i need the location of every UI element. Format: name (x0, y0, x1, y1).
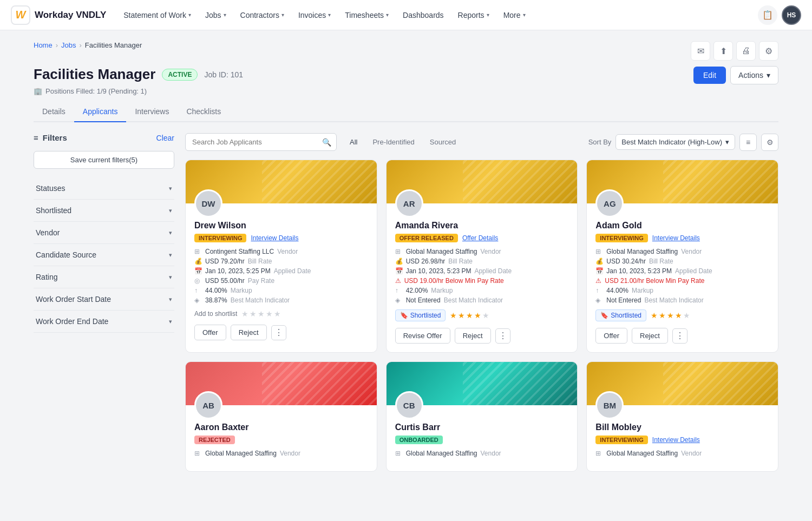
settings-view-button[interactable]: ⚙ (761, 134, 778, 151)
sort-value: Best Match Indicator (High-Low) (621, 138, 722, 146)
filter-tab-pre-identified[interactable]: Pre-Identified (366, 135, 421, 149)
nav-item-dashboards[interactable]: Dashboards (396, 6, 450, 24)
more-button-dw[interactable]: ⋮ (271, 325, 286, 340)
vendor-icon: ⊞ (194, 450, 202, 457)
billrate-value-ar: USD 26.98/hr (406, 258, 446, 265)
shortlisted-badge-ar[interactable]: 🔖 Shortlisted (395, 309, 446, 321)
nav-item-jobs[interactable]: Jobs ▾ (199, 6, 233, 24)
star-2-ar[interactable]: ★ (458, 311, 465, 320)
detail-vendor-ar: ⊞ Global Managed Staffing Vendor (395, 248, 569, 255)
filter-group-vendor-header[interactable]: Vendor ▾ (34, 222, 174, 243)
header-icon-row: ✉ ⬆ 🖨 ⚙ (691, 41, 778, 61)
filter-tab-all[interactable]: All (343, 135, 364, 149)
star-1-dw[interactable]: ★ (241, 309, 248, 318)
star-3-dw[interactable]: ★ (258, 309, 265, 318)
status-link-ar[interactable]: Offer Details (462, 234, 498, 242)
tab-applicants[interactable]: Applicants (74, 102, 127, 122)
reject-button-ag[interactable]: Reject (632, 328, 668, 344)
vendor-type-ar: Vendor (481, 248, 501, 255)
status-link-bm[interactable]: Interview Details (652, 436, 700, 444)
email-icon-button[interactable]: ✉ (691, 41, 710, 61)
reject-button-ar[interactable]: Reject (455, 328, 491, 344)
filter-group-rating-header[interactable]: Rating ▾ (34, 266, 174, 288)
stars-ag[interactable]: ★ ★ ★ ★ ★ (651, 311, 690, 320)
offer-button-ag[interactable]: Offer (595, 328, 627, 344)
star-1-ag[interactable]: ★ (651, 311, 658, 320)
detail-vendor-ab: ⊞ Global Managed Staffing Vendor (194, 450, 368, 457)
filter-tab-sourced[interactable]: Sourced (423, 135, 462, 149)
more-button-ar[interactable]: ⋮ (495, 328, 510, 344)
nav-item-sow[interactable]: Statement of Work ▾ (117, 6, 198, 24)
print-icon-button[interactable]: 🖨 (736, 41, 756, 61)
offer-button-dw[interactable]: Offer (194, 325, 226, 340)
nav-item-contractors[interactable]: Contractors ▾ (234, 6, 291, 24)
nav-label-invoices: Invoices (298, 11, 326, 19)
save-filters-button[interactable]: Save current filters(5) (34, 151, 174, 169)
match-icon: ◈ (595, 296, 603, 304)
breadcrumb-home[interactable]: Home (34, 41, 53, 49)
filter-group-start-date-header[interactable]: Work Order Start Date ▾ (34, 288, 174, 310)
star-3-ar[interactable]: ★ (466, 311, 473, 320)
chevron-down-icon: ▾ (169, 252, 172, 259)
detail-markup-dw: ↑ 44.00% Markup (194, 287, 368, 294)
clear-filters-link[interactable]: Clear (156, 134, 174, 142)
more-button-ag[interactable]: ⋮ (672, 328, 687, 344)
breadcrumb-jobs[interactable]: Jobs (61, 41, 76, 49)
nav-item-more[interactable]: More ▾ (497, 6, 532, 24)
reject-button-dw[interactable]: Reject (231, 325, 267, 340)
sort-select[interactable]: Best Match Indicator (High-Low) ▾ (615, 134, 735, 150)
stars-dw[interactable]: ★ ★ ★ ★ ★ (241, 309, 281, 318)
star-5-ar[interactable]: ★ (482, 311, 489, 320)
search-input[interactable] (185, 133, 337, 151)
tab-details[interactable]: Details (34, 102, 74, 122)
status-tag-ab: REJECTED (194, 436, 235, 444)
filter-group-shortlisted-header[interactable]: Shortlisted ▾ (34, 200, 174, 221)
revise-offer-button-ar[interactable]: Revise Offer (395, 328, 450, 344)
stars-ar[interactable]: ★ ★ ★ ★ ★ (450, 311, 489, 320)
filter-group-statuses-header[interactable]: Statuses ▾ (34, 177, 174, 199)
list-view-button[interactable]: ≡ (739, 134, 757, 151)
logo-area[interactable]: W Workday VNDLY (11, 5, 106, 25)
detail-payrate-dw: ◎ USD 55.00/hr Pay Rate (194, 277, 368, 285)
positions-icon: 🏢 (34, 87, 42, 95)
clipboard-icon-button[interactable]: 📋 (758, 5, 777, 25)
settings-icon-button[interactable]: ⚙ (759, 41, 778, 61)
star-4-ar[interactable]: ★ (474, 311, 481, 320)
detail-markup-ar: ↑ 42.00% Markup (395, 287, 569, 294)
card-header-cb: CB (387, 362, 578, 405)
star-4-ag[interactable]: ★ (675, 311, 682, 320)
nav-item-timesheets[interactable]: Timesheets ▾ (338, 6, 395, 24)
star-1-ar[interactable]: ★ (450, 311, 457, 320)
nav-label-jobs: Jobs (205, 11, 221, 19)
breadcrumb-sep-1: › (56, 41, 58, 49)
tab-interviews[interactable]: Interviews (126, 102, 178, 122)
card-header-ag: AG (587, 160, 778, 203)
user-avatar[interactable]: HS (782, 5, 801, 25)
star-2-ag[interactable]: ★ (659, 311, 666, 320)
shortlist-label-dw: Add to shortlist (194, 310, 237, 318)
search-input-wrap: 🔍 (185, 133, 337, 151)
filter-group-candidate-source-header[interactable]: Candidate Source ▾ (34, 244, 174, 266)
tab-checklists[interactable]: Checklists (178, 102, 230, 122)
shortlisted-badge-ag[interactable]: 🔖 Shortlisted (595, 309, 646, 321)
share-icon-button[interactable]: ⬆ (713, 41, 733, 61)
filter-group-end-date-header[interactable]: Work Order End Date ▾ (34, 311, 174, 332)
status-link-ag[interactable]: Interview Details (652, 234, 700, 242)
filter-group-shortlisted-label: Shortlisted (36, 206, 71, 215)
markup-type-dw: Markup (231, 287, 252, 294)
star-2-dw[interactable]: ★ (250, 309, 257, 318)
nav-item-invoices[interactable]: Invoices ▾ (292, 6, 337, 24)
star-5-ag[interactable]: ★ (683, 311, 690, 320)
star-3-ag[interactable]: ★ (667, 311, 674, 320)
edit-button[interactable]: Edit (693, 67, 726, 84)
candidate-card-ag: AG Adam Gold INTERVIEWING Interview Deta… (586, 160, 778, 353)
star-5-dw[interactable]: ★ (274, 309, 281, 318)
nav-item-reports[interactable]: Reports ▾ (451, 6, 496, 24)
vendor-value-ag: Global Managed Staffing (606, 248, 678, 255)
positions-info: 🏢 Positions Filled: 1/9 (Pending: 1) (34, 87, 243, 95)
card-actions-dw: Offer Reject ⋮ (194, 325, 368, 340)
status-link-dw[interactable]: Interview Details (251, 234, 298, 242)
actions-button[interactable]: Actions ▾ (730, 66, 778, 84)
star-4-dw[interactable]: ★ (266, 309, 273, 318)
candidate-card-ab: AB Aaron Baxter REJECTED ⊞ Global Manage… (185, 361, 377, 472)
